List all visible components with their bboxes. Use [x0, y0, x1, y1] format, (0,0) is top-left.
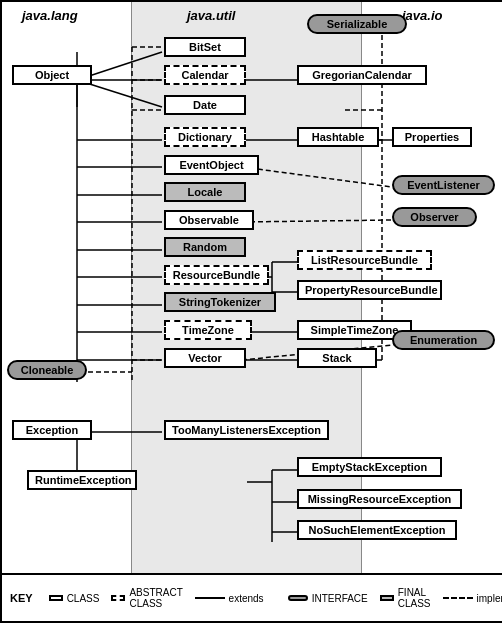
class-emptystackexception: EmptyStackException — [297, 457, 442, 477]
key-extends-item: extends — [195, 593, 264, 604]
key-class-item: CLASS — [49, 593, 100, 604]
class-nosuchelementexception: NoSuchElementException — [297, 520, 457, 540]
key-final-label: FINAL CLASS — [398, 587, 431, 609]
key-class-label: CLASS — [67, 593, 100, 604]
class-runtimeexception: RuntimeException — [27, 470, 137, 490]
class-enumeration: Enumeration — [392, 330, 495, 350]
header-javautil: java.util — [187, 8, 235, 23]
key-implements-line — [443, 597, 473, 599]
header-javaio: java.io — [402, 8, 442, 23]
key-implements-label: implements — [477, 593, 502, 604]
key-abstract-item: ABSTRACT CLASS — [111, 587, 182, 609]
class-timezone: TimeZone — [164, 320, 252, 340]
class-observable: Observable — [164, 210, 254, 230]
class-resourcebundle: ResourceBundle — [164, 265, 269, 285]
class-missingresourceexception: MissingResourceException — [297, 489, 462, 509]
key-interface-item: INTERFACE — [288, 593, 368, 604]
class-date: Date — [164, 95, 246, 115]
key-final-item: FINAL CLASS — [380, 587, 431, 609]
class-observer: Observer — [392, 207, 477, 227]
class-locale: Locale — [164, 182, 246, 202]
key-interface-label: INTERFACE — [312, 593, 368, 604]
class-exception: Exception — [12, 420, 92, 440]
class-stack: Stack — [297, 348, 377, 368]
class-cloneable: Cloneable — [7, 360, 87, 380]
class-toomanylistenersexception: TooManyListenersException — [164, 420, 329, 440]
class-calendar: Calendar — [164, 65, 246, 85]
class-object: Object — [12, 65, 92, 85]
key-interface-box — [288, 595, 308, 601]
col-javalang — [2, 2, 132, 577]
class-random: Random — [164, 237, 246, 257]
key-extends-label: extends — [229, 593, 264, 604]
class-bitset: BitSet — [164, 37, 246, 57]
class-propertyresourcebundle: PropertyResourceBundle — [297, 280, 442, 300]
class-hashtable: Hashtable — [297, 127, 379, 147]
class-gregoriancalendar: GregorianCalendar — [297, 65, 427, 85]
class-eventobject: EventObject — [164, 155, 259, 175]
key-final-box — [380, 595, 394, 601]
class-eventlistener: EventListener — [392, 175, 495, 195]
key-class-box — [49, 595, 63, 601]
header-javalang: java.lang — [22, 8, 78, 23]
class-listresourcebundle: ListResourceBundle — [297, 250, 432, 270]
class-vector: Vector — [164, 348, 246, 368]
key-label: KEY — [10, 592, 33, 604]
class-dictionary: Dictionary — [164, 127, 246, 147]
class-stringtokenizer: StringTokenizer — [164, 292, 276, 312]
key-abstract-label: ABSTRACT CLASS — [129, 587, 182, 609]
class-properties: Properties — [392, 127, 472, 147]
key-implements-item: implements — [443, 593, 502, 604]
key-extends-line — [195, 597, 225, 599]
class-serializable: Serializable — [307, 14, 407, 34]
key-abstract-box — [111, 595, 125, 601]
diagram-container: java.lang java.util java.io — [0, 0, 502, 623]
key-section: KEY CLASS ABSTRACT CLASS extends INTERFA… — [2, 573, 502, 621]
